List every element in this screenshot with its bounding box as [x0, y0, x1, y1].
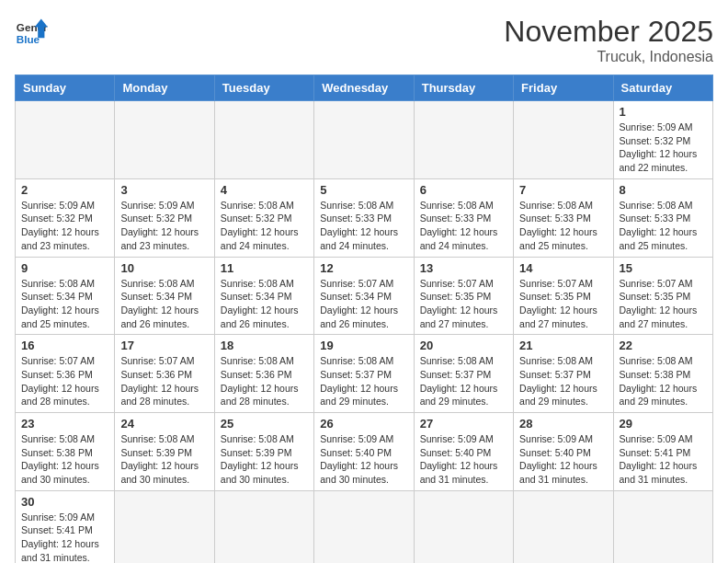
calendar-day-cell: 12Sunrise: 5:07 AM Sunset: 5:34 PM Dayli…: [314, 257, 414, 335]
calendar-day-cell: [16, 101, 115, 179]
calendar-day-cell: 15Sunrise: 5:07 AM Sunset: 5:35 PM Dayli…: [613, 257, 712, 335]
day-number: 8: [620, 183, 707, 197]
day-info: Sunrise: 5:08 AM Sunset: 5:37 PM Dayligh…: [519, 354, 607, 408]
calendar-day-cell: 2Sunrise: 5:09 AM Sunset: 5:32 PM Daylig…: [16, 178, 115, 257]
day-info: Sunrise: 5:08 AM Sunset: 5:33 PM Dayligh…: [519, 199, 607, 253]
calendar-day-cell: 11Sunrise: 5:08 AM Sunset: 5:34 PM Dayli…: [214, 257, 313, 335]
day-info: Sunrise: 5:08 AM Sunset: 5:37 PM Dayligh…: [320, 354, 407, 408]
calendar: SundayMondayTuesdayWednesdayThursdayFrid…: [15, 75, 713, 563]
day-number: 25: [221, 417, 308, 431]
day-info: Sunrise: 5:08 AM Sunset: 5:38 PM Dayligh…: [21, 432, 108, 487]
calendar-week-row: 9Sunrise: 5:08 AM Sunset: 5:34 PM Daylig…: [16, 257, 713, 335]
calendar-day-cell: 26Sunrise: 5:09 AM Sunset: 5:40 PM Dayli…: [314, 413, 414, 491]
day-info: Sunrise: 5:09 AM Sunset: 5:40 PM Dayligh…: [519, 432, 607, 487]
calendar-day-cell: 30Sunrise: 5:09 AM Sunset: 5:41 PM Dayli…: [16, 490, 115, 563]
day-number: 22: [620, 339, 707, 352]
day-info: Sunrise: 5:08 AM Sunset: 5:34 PM Dayligh…: [21, 277, 108, 331]
day-info: Sunrise: 5:09 AM Sunset: 5:40 PM Dayligh…: [420, 432, 507, 487]
calendar-day-cell: 23Sunrise: 5:08 AM Sunset: 5:38 PM Dayli…: [16, 413, 115, 491]
day-number: 20: [420, 339, 507, 352]
day-info: Sunrise: 5:08 AM Sunset: 5:37 PM Dayligh…: [420, 354, 507, 408]
day-info: Sunrise: 5:08 AM Sunset: 5:39 PM Dayligh…: [120, 432, 208, 487]
calendar-day-cell: [214, 490, 313, 563]
calendar-day-cell: [514, 490, 613, 563]
weekday-header-saturday: Saturday: [613, 75, 712, 101]
calendar-day-cell: 14Sunrise: 5:07 AM Sunset: 5:35 PM Dayli…: [514, 257, 613, 335]
day-info: Sunrise: 5:08 AM Sunset: 5:36 PM Dayligh…: [221, 354, 308, 408]
calendar-week-row: 23Sunrise: 5:08 AM Sunset: 5:38 PM Dayli…: [16, 413, 713, 491]
day-number: 5: [320, 183, 407, 197]
weekday-header-sunday: Sunday: [16, 75, 115, 101]
day-number: 27: [420, 417, 507, 431]
calendar-day-cell: [414, 101, 513, 179]
calendar-day-cell: 27Sunrise: 5:09 AM Sunset: 5:40 PM Dayli…: [414, 413, 513, 491]
calendar-day-cell: [514, 101, 613, 179]
calendar-day-cell: [115, 101, 214, 179]
day-number: 26: [320, 417, 407, 431]
day-number: 13: [420, 261, 507, 275]
day-number: 4: [221, 183, 308, 197]
day-number: 21: [519, 339, 607, 352]
day-info: Sunrise: 5:07 AM Sunset: 5:36 PM Dayligh…: [21, 354, 108, 408]
calendar-day-cell: 4Sunrise: 5:08 AM Sunset: 5:32 PM Daylig…: [214, 178, 313, 257]
day-number: 1: [620, 105, 707, 119]
month-title: November 2025: [504, 15, 713, 49]
calendar-day-cell: [613, 490, 712, 563]
weekday-header-monday: Monday: [115, 75, 214, 101]
day-number: 17: [120, 339, 208, 352]
day-info: Sunrise: 5:09 AM Sunset: 5:41 PM Dayligh…: [21, 511, 108, 563]
weekday-header-tuesday: Tuesday: [214, 75, 313, 101]
header: General Blue November 2025 Trucuk, Indon…: [15, 15, 713, 65]
day-info: Sunrise: 5:08 AM Sunset: 5:39 PM Dayligh…: [221, 432, 308, 487]
logo: General Blue: [15, 15, 48, 48]
day-info: Sunrise: 5:08 AM Sunset: 5:34 PM Dayligh…: [221, 277, 308, 331]
day-number: 6: [420, 183, 507, 197]
svg-text:Blue: Blue: [17, 33, 40, 45]
day-info: Sunrise: 5:09 AM Sunset: 5:41 PM Dayligh…: [620, 432, 707, 487]
calendar-day-cell: 19Sunrise: 5:08 AM Sunset: 5:37 PM Dayli…: [314, 335, 414, 413]
day-number: 3: [120, 183, 208, 197]
calendar-week-row: 16Sunrise: 5:07 AM Sunset: 5:36 PM Dayli…: [16, 335, 713, 413]
day-number: 24: [120, 417, 208, 431]
calendar-day-cell: [314, 101, 414, 179]
logo-icon: General Blue: [15, 15, 48, 48]
calendar-day-cell: 21Sunrise: 5:08 AM Sunset: 5:37 PM Dayli…: [514, 335, 613, 413]
day-info: Sunrise: 5:07 AM Sunset: 5:35 PM Dayligh…: [620, 277, 707, 331]
day-number: 18: [221, 339, 308, 352]
day-number: 10: [120, 261, 208, 275]
day-number: 12: [320, 261, 407, 275]
day-info: Sunrise: 5:07 AM Sunset: 5:35 PM Dayligh…: [519, 277, 607, 331]
calendar-day-cell: 17Sunrise: 5:07 AM Sunset: 5:36 PM Dayli…: [115, 335, 214, 413]
day-number: 14: [519, 261, 607, 275]
calendar-day-cell: 10Sunrise: 5:08 AM Sunset: 5:34 PM Dayli…: [115, 257, 214, 335]
calendar-day-cell: 9Sunrise: 5:08 AM Sunset: 5:34 PM Daylig…: [16, 257, 115, 335]
calendar-day-cell: 7Sunrise: 5:08 AM Sunset: 5:33 PM Daylig…: [514, 178, 613, 257]
location-title: Trucuk, Indonesia: [504, 49, 713, 65]
day-info: Sunrise: 5:09 AM Sunset: 5:40 PM Dayligh…: [320, 432, 407, 487]
calendar-day-cell: [214, 101, 313, 179]
day-info: Sunrise: 5:08 AM Sunset: 5:33 PM Dayligh…: [420, 199, 507, 253]
calendar-day-cell: 13Sunrise: 5:07 AM Sunset: 5:35 PM Dayli…: [414, 257, 513, 335]
weekday-header-wednesday: Wednesday: [314, 75, 414, 101]
weekday-header-friday: Friday: [514, 75, 613, 101]
calendar-week-row: 30Sunrise: 5:09 AM Sunset: 5:41 PM Dayli…: [16, 490, 713, 563]
day-number: 9: [21, 261, 108, 275]
calendar-day-cell: 28Sunrise: 5:09 AM Sunset: 5:40 PM Dayli…: [514, 413, 613, 491]
day-number: 7: [519, 183, 607, 197]
title-area: November 2025 Trucuk, Indonesia: [504, 15, 713, 65]
calendar-day-cell: [314, 490, 414, 563]
weekday-header-thursday: Thursday: [414, 75, 513, 101]
day-info: Sunrise: 5:07 AM Sunset: 5:36 PM Dayligh…: [120, 354, 208, 408]
weekday-header-row: SundayMondayTuesdayWednesdayThursdayFrid…: [16, 75, 713, 101]
day-info: Sunrise: 5:07 AM Sunset: 5:34 PM Dayligh…: [320, 277, 407, 331]
day-info: Sunrise: 5:08 AM Sunset: 5:33 PM Dayligh…: [620, 199, 707, 253]
day-info: Sunrise: 5:09 AM Sunset: 5:32 PM Dayligh…: [620, 121, 707, 175]
day-number: 2: [21, 183, 108, 197]
calendar-day-cell: 18Sunrise: 5:08 AM Sunset: 5:36 PM Dayli…: [214, 335, 313, 413]
day-number: 11: [221, 261, 308, 275]
calendar-day-cell: 22Sunrise: 5:08 AM Sunset: 5:38 PM Dayli…: [613, 335, 712, 413]
calendar-day-cell: 1Sunrise: 5:09 AM Sunset: 5:32 PM Daylig…: [613, 101, 712, 179]
calendar-week-row: 1Sunrise: 5:09 AM Sunset: 5:32 PM Daylig…: [16, 101, 713, 179]
day-info: Sunrise: 5:07 AM Sunset: 5:35 PM Dayligh…: [420, 277, 507, 331]
calendar-day-cell: [115, 490, 214, 563]
